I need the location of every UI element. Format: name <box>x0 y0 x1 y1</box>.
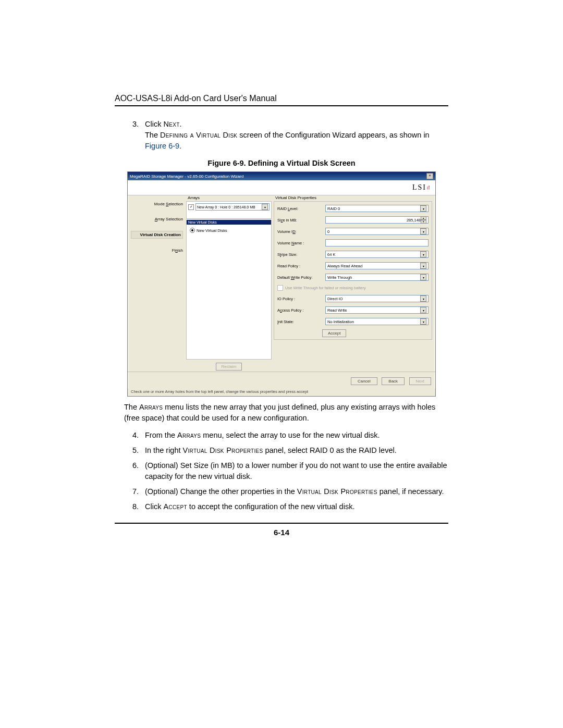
io-policy-select[interactable]: Direct IO ▾ <box>325 295 429 302</box>
chevron-down-icon[interactable]: ▾ <box>420 295 426 302</box>
wizard-footer: Cancel Back Next <box>128 372 435 388</box>
step-6: 6. (Optional) Set Size (in MB) to a lowe… <box>124 460 448 482</box>
step-4: 4. From the Arrays menu, select the arra… <box>124 430 448 441</box>
raid-level-select[interactable]: RAID 0 ▾ <box>325 205 429 212</box>
cancel-button[interactable]: Cancel <box>351 377 377 385</box>
chevron-down-icon[interactable]: ▾ <box>420 318 426 325</box>
volume-id-select[interactable]: 0 ▾ <box>325 228 429 235</box>
wizard-body: Mode Selection Array Selection Virtual D… <box>128 195 435 372</box>
step-number: 3. <box>124 119 145 152</box>
chevron-down-icon[interactable]: ▾ <box>420 274 426 280</box>
step-list-bottom: 4. From the Arrays menu, select the arra… <box>124 430 448 512</box>
wizard-main: Arrays ✓ New Array 0 : Hole 0 : 285148.0… <box>186 195 435 372</box>
accept-button[interactable]: Accept <box>322 329 346 337</box>
reclaim-row: Reclaim <box>186 363 272 371</box>
footer-rule <box>115 523 448 524</box>
wizard-window: MegaRAID Storage Manager - v2.65-00 Conf… <box>127 171 436 397</box>
reclaim-button[interactable]: Reclaim <box>216 363 242 371</box>
chevron-down-icon[interactable]: ▾ <box>420 251 426 257</box>
access-policy-select[interactable]: Read Write ▾ <box>325 306 429 314</box>
sidebar-item-finish[interactable]: Finish <box>131 247 183 254</box>
sidebar-item-array[interactable]: Array Selection <box>131 216 183 223</box>
wizard-sidebar: Mode Selection Array Selection Virtual D… <box>128 195 186 372</box>
radio-icon[interactable] <box>190 228 195 233</box>
manual-page: AOC-USAS-L8i Add-on Card User's Manual 3… <box>0 0 563 728</box>
prop-io-policy: IO Policy : Direct IO ▾ <box>277 295 429 302</box>
prop-wt-check[interactable]: Use Write Through for failed or missing … <box>277 285 429 291</box>
step-7: 7. (Optional) Change the other propertie… <box>124 486 448 497</box>
array-row[interactable]: ✓ New Array 0 : Hole 0 : 285148.0 MB ▾ <box>188 203 270 211</box>
lsi-logo: LSI⠾ <box>128 180 435 195</box>
next-button[interactable]: Next <box>409 377 431 385</box>
prop-access-policy: Access Policy : Read Write ▾ <box>277 306 429 314</box>
prop-stripe: Stripe Size: 64 K ▾ <box>277 251 429 258</box>
sidebar-item-vdc[interactable]: Virtual Disk Creation <box>131 231 183 239</box>
size-input[interactable]: 285,148 ▴ ▾ <box>325 216 429 224</box>
prop-volume-name: Volume Name : <box>277 239 429 246</box>
nvd-item[interactable]: New Virtual Disks <box>188 226 270 235</box>
chevron-down-icon[interactable]: ▾ <box>420 205 426 212</box>
prop-raid-level: RAID Level: RAID 0 ▾ <box>277 205 429 212</box>
wizard-hint: Check one or more Array holes from the t… <box>128 388 435 396</box>
array-dropdown[interactable]: New Array 0 : Hole 0 : 285148.0 MB ▾ <box>195 203 270 211</box>
step-8: 8. Click Accept to accept the configurat… <box>124 501 448 512</box>
step-5: 5. In the right Virtual Disk Properties … <box>124 445 448 456</box>
paragraph-arrays: The Arrays menu lists the new array that… <box>124 402 439 424</box>
size-spinner[interactable]: ▴ ▾ <box>421 216 426 224</box>
write-policy-select[interactable]: Write Through ▾ <box>325 274 429 281</box>
step-list-top: 3. Click Next. The Defining a Virtual Di… <box>124 119 448 152</box>
chevron-down-icon[interactable]: ▾ <box>420 307 426 313</box>
chevron-down-icon[interactable]: ▾ <box>420 228 426 235</box>
stripe-select[interactable]: 64 K ▾ <box>325 251 429 258</box>
sidebar-item-mode[interactable]: Mode Selection <box>131 201 183 207</box>
spin-up-icon[interactable]: ▴ <box>421 216 426 220</box>
new-vd-list: New Virtual Disks New Virtual Disks <box>186 220 272 360</box>
accept-row: Accept <box>322 329 429 337</box>
step-body: Click Next. The Defining a Virtual Disk … <box>145 119 448 152</box>
props-fieldset: RAID Level: RAID 0 ▾ Size in MB: 285,148 <box>274 201 432 340</box>
window-title: MegaRAID Storage Manager - v2.65-00 Conf… <box>130 174 243 179</box>
vd-properties-column: Virtual Disk Properties RAID Level: RAID… <box>274 195 435 372</box>
header-rule <box>115 105 448 106</box>
prop-size: Size in MB: 285,148 ▴ ▾ <box>277 216 429 224</box>
figure-ref-link[interactable]: Figure 6-9 <box>145 142 179 150</box>
props-legend: Virtual Disk Properties <box>275 195 432 200</box>
figure-caption: Figure 6-9. Defining a Virtual Disk Scre… <box>115 159 448 167</box>
prop-init-state: Init State: No Initialization ▾ <box>277 318 429 325</box>
volume-name-input[interactable] <box>325 239 429 246</box>
prop-write-policy: Default Write Policy: Write Through ▾ <box>277 274 429 281</box>
chevron-down-icon[interactable]: ▾ <box>420 263 426 269</box>
page-number: 6-14 <box>115 528 448 537</box>
close-icon[interactable]: × <box>426 173 433 179</box>
doc-header: AOC-USAS-L8i Add-on Card User's Manual <box>115 94 448 103</box>
arrays-legend: Arrays <box>188 195 272 200</box>
read-policy-select[interactable]: Always Read Ahead ▾ <box>325 262 429 269</box>
array-checkbox[interactable]: ✓ <box>188 204 194 210</box>
chevron-down-icon[interactable]: ▾ <box>262 204 268 210</box>
prop-volume-id: Volume ID: 0 ▾ <box>277 228 429 235</box>
wt-checkbox[interactable] <box>277 285 283 291</box>
nvd-header: New Virtual Disks <box>187 220 271 225</box>
init-state-select[interactable]: No Initialization ▾ <box>325 318 429 325</box>
back-button[interactable]: Back <box>382 377 405 385</box>
arrays-list: ✓ New Array 0 : Hole 0 : 285148.0 MB ▾ <box>186 201 272 219</box>
spin-down-icon[interactable]: ▾ <box>421 220 426 224</box>
step-3: 3. Click Next. The Defining a Virtual Di… <box>124 119 448 152</box>
window-titlebar: MegaRAID Storage Manager - v2.65-00 Conf… <box>128 172 435 180</box>
arrays-column: Arrays ✓ New Array 0 : Hole 0 : 285148.0… <box>186 195 272 372</box>
logo-dots-icon: ⠾ <box>426 185 430 191</box>
prop-read-policy: Read Policy : Always Read Ahead ▾ <box>277 262 429 269</box>
